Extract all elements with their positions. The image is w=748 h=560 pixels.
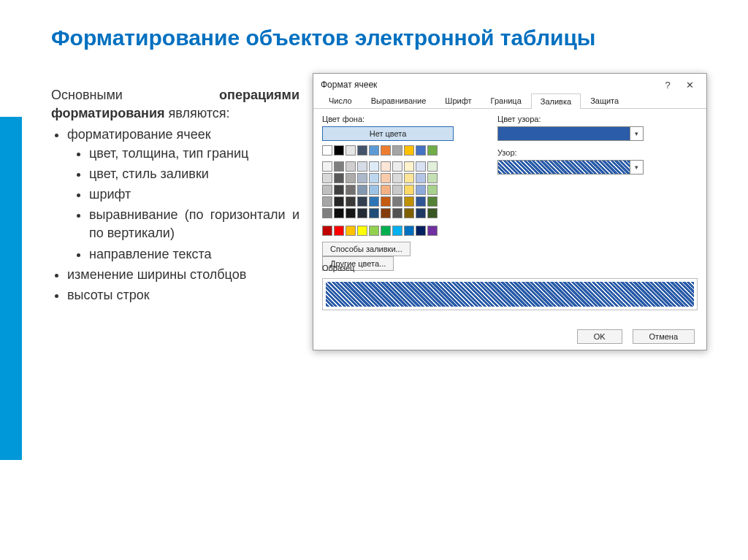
color-swatch[interactable] (427, 226, 438, 236)
color-palette (322, 145, 476, 236)
close-icon[interactable]: ✕ (679, 80, 701, 91)
no-color-button[interactable]: Нет цвета (322, 126, 454, 141)
color-swatch[interactable] (381, 196, 391, 207)
color-swatch[interactable] (416, 185, 426, 195)
ok-button[interactable]: OK (577, 329, 622, 344)
color-swatch[interactable] (404, 208, 414, 218)
tab-alignment[interactable]: Выравнивание (362, 93, 436, 108)
tab-fill[interactable]: Заливка (531, 93, 581, 109)
color-swatch[interactable] (392, 145, 402, 156)
body-text: Основными операциями форматирования явля… (51, 86, 299, 307)
format-cells-dialog: Формат ячеек ? ✕ Число Выравнивание Шриф… (313, 73, 707, 350)
color-swatch[interactable] (427, 208, 438, 218)
background-color-label: Цвет фона: (322, 115, 476, 123)
color-swatch[interactable] (334, 145, 344, 156)
color-swatch[interactable] (404, 196, 414, 207)
color-swatch[interactable] (369, 173, 379, 183)
pattern-color-label: Цвет узора: (497, 115, 698, 123)
color-swatch[interactable] (334, 185, 344, 195)
dialog-footer: OK Отмена (577, 329, 699, 344)
dialog-body: Цвет фона: Нет цвета Способы заливки... … (313, 109, 706, 277)
color-swatch[interactable] (369, 161, 379, 172)
color-swatch[interactable] (346, 208, 356, 218)
color-swatch[interactable] (381, 145, 391, 156)
color-swatch[interactable] (369, 196, 379, 207)
color-swatch[interactable] (322, 196, 332, 207)
color-swatch[interactable] (357, 173, 367, 183)
color-swatch[interactable] (346, 145, 356, 156)
color-swatch[interactable] (322, 161, 332, 172)
color-swatch[interactable] (322, 208, 332, 218)
color-swatch[interactable] (369, 208, 379, 218)
color-swatch[interactable] (416, 173, 426, 183)
color-swatch[interactable] (357, 226, 367, 236)
color-swatch[interactable] (404, 145, 414, 156)
color-swatch[interactable] (322, 173, 332, 183)
color-swatch[interactable] (334, 161, 344, 172)
color-swatch[interactable] (322, 226, 332, 236)
intro-tail: являются: (165, 106, 230, 120)
color-swatch[interactable] (404, 173, 414, 183)
fill-effects-button[interactable]: Способы заливки... (322, 242, 411, 256)
color-swatch[interactable] (404, 185, 414, 195)
color-swatch[interactable] (427, 173, 438, 183)
color-swatch[interactable] (346, 185, 356, 195)
color-swatch[interactable] (416, 226, 426, 236)
color-swatch[interactable] (322, 145, 332, 156)
color-swatch[interactable] (416, 196, 426, 207)
color-swatch[interactable] (369, 185, 379, 195)
list-item: шрифт (89, 185, 299, 204)
sample-section: Образец (322, 264, 698, 310)
color-swatch[interactable] (346, 196, 356, 207)
help-icon[interactable]: ? (657, 80, 679, 91)
color-swatch[interactable] (381, 161, 391, 172)
color-swatch[interactable] (381, 226, 391, 236)
color-swatch[interactable] (357, 208, 367, 218)
color-swatch[interactable] (427, 145, 438, 156)
color-swatch[interactable] (334, 208, 344, 218)
page-title: Форматирование объектов электронной табл… (51, 26, 595, 50)
color-swatch[interactable] (381, 173, 391, 183)
color-swatch[interactable] (381, 185, 391, 195)
color-swatch[interactable] (369, 226, 379, 236)
pattern-style-dropdown[interactable]: ▾ (497, 160, 644, 174)
color-swatch[interactable] (416, 208, 426, 218)
color-swatch[interactable] (392, 226, 402, 236)
color-swatch[interactable] (392, 173, 402, 183)
color-swatch[interactable] (334, 226, 344, 236)
dialog-title-bar[interactable]: Формат ячеек ? ✕ (313, 74, 706, 93)
color-swatch[interactable] (357, 161, 367, 172)
color-swatch[interactable] (427, 185, 438, 195)
color-swatch[interactable] (416, 145, 426, 156)
color-swatch[interactable] (392, 208, 402, 218)
color-swatch[interactable] (346, 161, 356, 172)
color-swatch[interactable] (427, 161, 438, 172)
chevron-down-icon: ▾ (630, 161, 643, 174)
tab-number[interactable]: Число (319, 93, 362, 108)
color-swatch[interactable] (392, 196, 402, 207)
color-swatch[interactable] (346, 226, 356, 236)
tab-font[interactable]: Шрифт (435, 93, 481, 108)
tab-protection[interactable]: Защита (581, 93, 628, 108)
color-swatch[interactable] (416, 161, 426, 172)
color-swatch[interactable] (392, 185, 402, 195)
color-swatch[interactable] (427, 196, 438, 207)
tab-border[interactable]: Граница (481, 93, 531, 108)
fill-left-column: Цвет фона: Нет цвета Способы заливки... … (322, 115, 476, 271)
color-swatch[interactable] (357, 196, 367, 207)
color-swatch[interactable] (369, 145, 379, 156)
pattern-style-label: Узор: (497, 148, 698, 157)
color-swatch[interactable] (334, 173, 344, 183)
color-swatch[interactable] (357, 185, 367, 195)
color-swatch[interactable] (404, 226, 414, 236)
color-swatch[interactable] (322, 185, 332, 195)
color-swatch[interactable] (404, 161, 414, 172)
pattern-color-dropdown[interactable]: ▾ (497, 126, 644, 141)
color-swatch[interactable] (357, 145, 367, 156)
color-swatch[interactable] (346, 173, 356, 183)
intro-text: Основными (51, 88, 219, 102)
color-swatch[interactable] (334, 196, 344, 207)
color-swatch[interactable] (381, 208, 391, 218)
cancel-button[interactable]: Отмена (633, 329, 695, 344)
color-swatch[interactable] (392, 161, 402, 172)
